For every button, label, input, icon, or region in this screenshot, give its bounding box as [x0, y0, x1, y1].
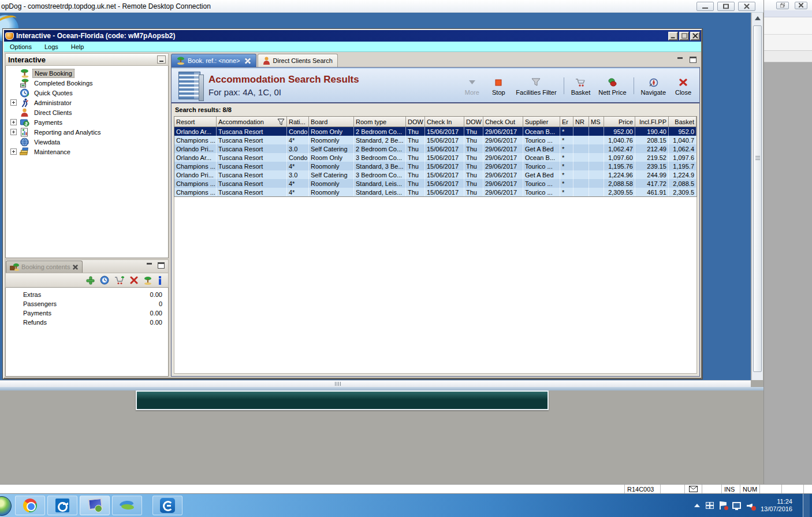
table-row[interactable]: Champions ...Tuscana Resort4*RoomonlySta… [174, 162, 696, 170]
table-cell[interactable]: * [560, 179, 573, 188]
table-cell[interactable]: Orlando Ar... [174, 153, 217, 162]
table-cell[interactable]: Tuscana Resort [217, 188, 287, 196]
table-cell[interactable]: Tourico ... [523, 179, 560, 188]
table-cell[interactable]: * [560, 153, 573, 162]
column-header[interactable]: DOW [406, 117, 425, 127]
close-icon[interactable] [738, 2, 755, 11]
table-row[interactable]: Orlando Ar...Tuscana ResortCondoRoom Onl… [174, 153, 696, 162]
column-header[interactable]: Supplier [523, 117, 560, 127]
table-cell[interactable]: Tuscana Resort [217, 153, 287, 162]
table-cell[interactable]: 4* [287, 179, 309, 188]
table-cell[interactable]: 4* [287, 188, 309, 196]
table-cell[interactable]: 952.00 [604, 127, 635, 136]
table-cell[interactable]: Get A Bed [523, 170, 560, 179]
table-cell[interactable]: Standard, Leis... [354, 179, 406, 188]
table-cell[interactable]: 417.72 [635, 179, 669, 188]
start-button[interactable] [0, 496, 12, 516]
table-cell[interactable]: Thu [464, 144, 483, 153]
close-button[interactable]: Close [671, 75, 696, 96]
table-cell[interactable]: Thu [406, 153, 425, 162]
sidebar-item-new-booking[interactable]: New Booking [6, 68, 168, 78]
table-cell[interactable] [573, 179, 589, 188]
table-cell[interactable]: 4* [287, 136, 309, 144]
table-cell[interactable]: 29/06/2017 [483, 153, 523, 162]
tab-booking-ref[interactable]: Book. ref.: <none> [171, 54, 256, 67]
hidden-icons-arrow[interactable] [694, 504, 700, 507]
table-cell[interactable]: Tuscana Resort [217, 144, 287, 153]
menu-options[interactable]: Options [10, 43, 32, 50]
column-header[interactable]: Room type [354, 117, 406, 127]
table-cell[interactable]: 952.0 [669, 127, 696, 136]
table-cell[interactable] [573, 144, 589, 153]
show-desktop-button[interactable] [803, 494, 810, 517]
table-cell[interactable] [589, 127, 604, 136]
palm-tree-icon[interactable] [143, 276, 152, 285]
facilities-filter-button[interactable]: Facilities Filter [512, 75, 560, 96]
table-cell[interactable]: * [560, 162, 573, 170]
column-header[interactable]: Incl.Fl.PP [635, 117, 669, 127]
table-cell[interactable]: 15/06/2017 [425, 170, 464, 179]
table-row[interactable]: Champions ...Tuscana Resort4*RoomonlySta… [174, 179, 696, 188]
scroll-up-icon[interactable] [755, 16, 761, 20]
table-cell[interactable] [573, 188, 589, 196]
table-cell[interactable]: Thu [464, 170, 483, 179]
booking-contents-row-extras[interactable]: Extras0.00 [6, 290, 168, 299]
quote-clock-icon[interactable] [100, 276, 109, 285]
table-cell[interactable]: 15/06/2017 [425, 153, 464, 162]
volume-muted-icon[interactable] [747, 502, 755, 509]
navigate-button[interactable]: Navigate [638, 75, 669, 96]
minimize-icon[interactable] [668, 32, 678, 40]
table-cell[interactable] [589, 136, 604, 144]
table-cell[interactable] [573, 136, 589, 144]
table-cell[interactable]: 29/06/2017 [483, 136, 523, 144]
restore-icon[interactable] [776, 2, 789, 9]
table-cell[interactable]: 1,040.76 [604, 136, 635, 144]
table-cell[interactable]: Thu [464, 136, 483, 144]
taskbar-clock[interactable]: 11:24 13/07/2016 [761, 498, 796, 513]
booking-contents-row-passengers[interactable]: Passengers0 [6, 299, 168, 308]
table-cell[interactable]: 1,062.47 [604, 144, 635, 153]
sidebar-item-viewdata[interactable]: Viewdata [6, 137, 168, 147]
column-header[interactable]: NR [573, 117, 589, 127]
maximize-panel-icon[interactable] [690, 57, 696, 63]
table-cell[interactable] [573, 127, 589, 136]
table-cell[interactable]: Champions ... [174, 136, 217, 144]
column-header[interactable]: Basket [669, 117, 696, 127]
table-cell[interactable]: 461.91 [635, 188, 669, 196]
table-cell[interactable]: 29/06/2017 [483, 144, 523, 153]
taskbar-map-app-button[interactable] [112, 496, 142, 515]
table-cell[interactable]: 1,195.7 [669, 162, 696, 170]
column-header[interactable]: MS [589, 117, 604, 127]
table-cell[interactable]: 212.49 [635, 144, 669, 153]
table-cell[interactable]: 1,195.76 [604, 162, 635, 170]
table-cell[interactable]: 15/06/2017 [425, 179, 464, 188]
sidebar-item-quick-quotes[interactable]: Quick Quotes [6, 88, 168, 98]
table-cell[interactable]: 15/06/2017 [425, 127, 464, 136]
table-cell[interactable]: Orlando Pri... [174, 170, 217, 179]
table-cell[interactable]: Tuscana Resort [217, 162, 287, 170]
menu-logs[interactable]: Logs [44, 43, 58, 50]
column-header[interactable]: Rati... [287, 117, 309, 127]
sidebar-item-maintenance[interactable]: Maintenance [6, 147, 168, 157]
table-cell[interactable] [589, 179, 604, 188]
maximize-panel-icon[interactable] [158, 262, 165, 269]
table-cell[interactable]: Self Catering [309, 170, 354, 179]
column-header[interactable]: DOW [464, 117, 483, 127]
menu-help[interactable]: Help [71, 43, 84, 50]
table-cell[interactable] [589, 153, 604, 162]
expand-icon[interactable] [10, 148, 17, 155]
sidebar-item-administrator[interactable]: Administrator [6, 98, 168, 107]
table-cell[interactable]: 3.0 [287, 144, 309, 153]
table-cell[interactable]: Get A Bed [523, 144, 560, 153]
tab-direct-clients-search[interactable]: Direct Clients Search [258, 54, 338, 67]
column-header[interactable]: Er [560, 117, 573, 127]
table-cell[interactable]: 29/06/2017 [483, 170, 523, 179]
table-cell[interactable]: Thu [464, 153, 483, 162]
table-cell[interactable]: Room Only [309, 127, 354, 136]
table-cell[interactable]: Champions ... [174, 188, 217, 196]
table-cell[interactable]: 3 Bedroom Co... [354, 153, 406, 162]
booking-contents-row-refunds[interactable]: Refunds0.00 [6, 318, 168, 327]
tab-booking-contents[interactable]: Booking contents [6, 261, 83, 273]
sidebar-item-payments[interactable]: Payments [6, 117, 168, 127]
table-cell[interactable]: Thu [464, 127, 483, 136]
